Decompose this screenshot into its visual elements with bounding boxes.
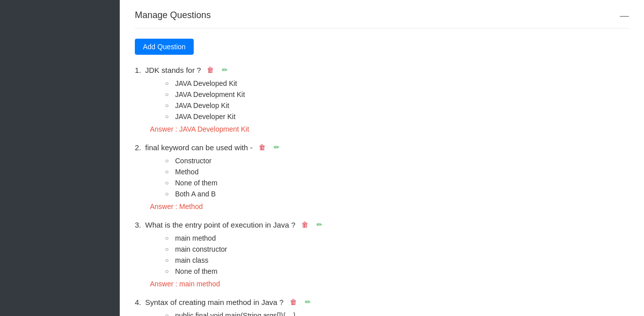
question-text: Syntax of creating main method in Java ?	[145, 298, 284, 306]
question-header: 4.Syntax of creating main method in Java…	[135, 297, 629, 307]
pencil-icon: ✏	[305, 298, 311, 306]
minimize-button[interactable]: —	[620, 11, 629, 20]
option-item: JAVA Develop Kit	[165, 100, 629, 111]
delete-button[interactable]: 🗑	[205, 65, 216, 75]
option-item: main constructor	[165, 244, 629, 255]
answer-text: Answer : JAVA Development Kit	[150, 125, 629, 133]
option-item: Constructor	[165, 155, 629, 166]
pencil-icon: ✏	[316, 221, 323, 229]
option-item: None of them	[165, 177, 629, 188]
options-list: public final void main(String args[]){ .…	[165, 310, 629, 316]
question-number: 1.	[135, 66, 141, 74]
question-header: 1.JDK stands for ?🗑✏	[135, 65, 629, 75]
option-item: main class	[165, 255, 629, 266]
add-question-button[interactable]: Add Question	[135, 39, 194, 55]
answer-text: Answer : main method	[150, 280, 629, 288]
edit-button[interactable]: ✏	[314, 220, 325, 230]
delete-button[interactable]: 🗑	[288, 297, 299, 307]
trash-icon: 🗑	[290, 298, 297, 306]
trash-icon: 🗑	[207, 66, 214, 74]
options-list: JAVA Developed KitJAVA Development KitJA…	[165, 78, 629, 122]
question-list: 1.JDK stands for ?🗑✏JAVA Developed KitJA…	[135, 65, 629, 316]
question-item: 1.JDK stands for ?🗑✏JAVA Developed KitJA…	[135, 65, 629, 133]
delete-button[interactable]: 🗑	[299, 220, 310, 230]
edit-button[interactable]: ✏	[272, 142, 282, 152]
question-text: final keyword can be used with -	[145, 143, 253, 152]
question-number: 3.	[135, 221, 141, 229]
option-item: None of them	[165, 266, 629, 277]
question-item: 2.final keyword can be used with -🗑✏Cons…	[135, 142, 629, 210]
question-header: 2.final keyword can be used with -🗑✏	[135, 142, 629, 152]
trash-icon: 🗑	[301, 221, 308, 229]
edit-button[interactable]: ✏	[303, 297, 313, 307]
trash-icon: 🗑	[259, 143, 266, 151]
answer-text: Answer : Method	[150, 202, 629, 210]
question-item: 3.What is the entry point of execution i…	[135, 220, 629, 288]
option-item: JAVA Developed Kit	[165, 78, 629, 89]
options-list: ConstructorMethodNone of themBoth A and …	[165, 155, 629, 199]
sidebar	[0, 0, 120, 316]
pencil-icon: ✏	[274, 143, 280, 151]
question-header: 3.What is the entry point of execution i…	[135, 220, 629, 230]
main-content: Manage Questions — Add Question 1.JDK st…	[120, 0, 644, 316]
question-item: 4.Syntax of creating main method in Java…	[135, 297, 629, 316]
option-item: Both A and B	[165, 188, 629, 199]
option-item: JAVA Development Kit	[165, 89, 629, 100]
options-list: main methodmain constructormain classNon…	[165, 233, 629, 277]
option-item: Method	[165, 166, 629, 177]
pencil-icon: ✏	[222, 66, 228, 74]
option-item: main method	[165, 233, 629, 244]
delete-button[interactable]: 🗑	[257, 142, 268, 152]
question-number: 2.	[135, 143, 141, 152]
page-header: Manage Questions —	[135, 10, 629, 29]
question-number: 4.	[135, 298, 141, 306]
option-item: JAVA Developer Kit	[165, 111, 629, 122]
question-text: JDK stands for ?	[145, 66, 201, 74]
option-item: public final void main(String args[]){ .…	[165, 310, 629, 316]
page-title: Manage Questions	[135, 10, 211, 21]
question-text: What is the entry point of execution in …	[145, 221, 296, 229]
edit-button[interactable]: ✏	[220, 65, 230, 75]
